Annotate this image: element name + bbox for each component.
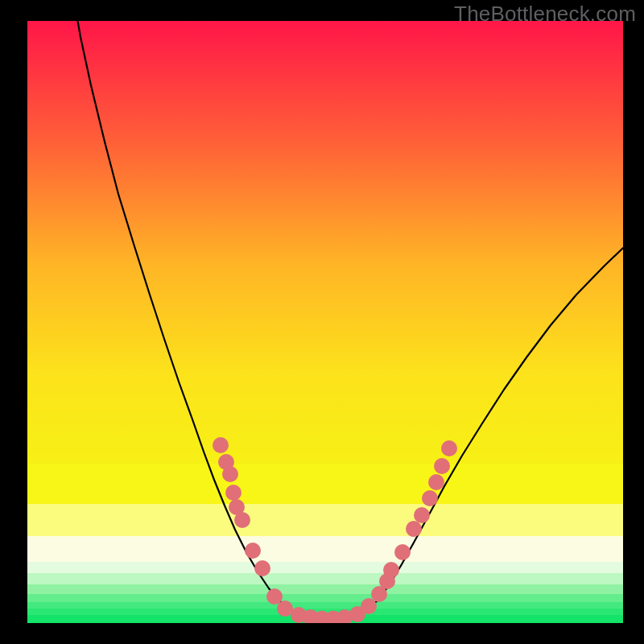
background-band — [27, 594, 623, 602]
plot-area — [27, 21, 623, 623]
background-band — [27, 562, 623, 573]
data-point — [277, 601, 293, 617]
background-band — [27, 21, 623, 464]
data-point — [213, 437, 229, 453]
background-band — [27, 464, 623, 504]
background-band — [27, 536, 623, 562]
background-band — [27, 573, 623, 584]
data-point — [434, 458, 450, 474]
data-point — [383, 562, 399, 578]
data-point — [441, 440, 457, 456]
chart-svg — [27, 21, 623, 623]
data-point — [394, 544, 411, 560]
background-band — [27, 602, 623, 609]
background-band — [27, 504, 623, 536]
data-point — [225, 485, 242, 501]
data-point — [254, 560, 270, 576]
data-point — [234, 512, 250, 528]
data-point — [245, 543, 261, 559]
watermark-text: TheBottleneck.com — [454, 2, 636, 27]
background-band — [27, 584, 623, 594]
data-point — [406, 521, 422, 537]
data-point — [222, 466, 238, 482]
data-point — [422, 490, 438, 506]
data-point — [414, 507, 430, 523]
data-point — [428, 474, 444, 490]
outer-frame: TheBottleneck.com — [0, 0, 644, 644]
